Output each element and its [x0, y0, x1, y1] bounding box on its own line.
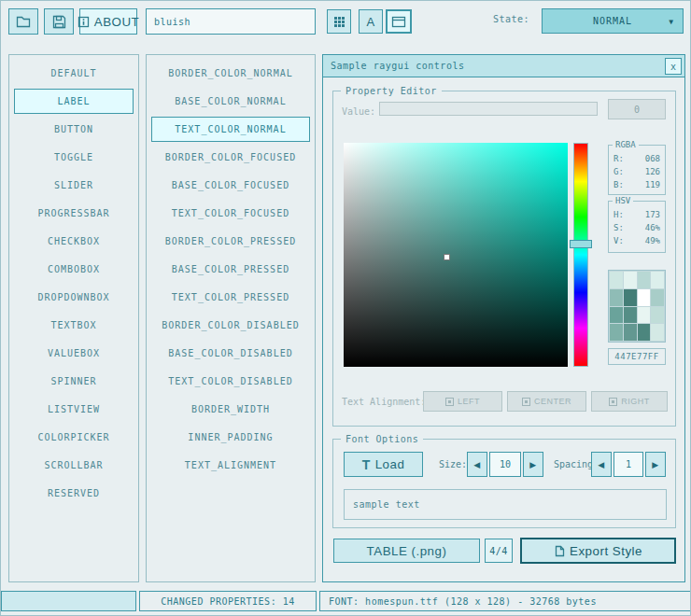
- properties-list-item[interactable]: BASE_COLOR_NORMAL: [151, 89, 310, 114]
- controls-list-item[interactable]: LISTVIEW: [14, 397, 134, 422]
- properties-list-item-selected[interactable]: TEXT_COLOR_NORMAL: [151, 117, 310, 142]
- export-counter: 4/4: [489, 546, 508, 556]
- hsv-label: HSV: [613, 196, 633, 205]
- font-options-group: Font Options T Load Size: ◀ 10 ▶ Spacing…: [332, 439, 676, 528]
- controls-list-item[interactable]: VALUEBOX: [14, 341, 134, 366]
- color-swatch[interactable]: [624, 272, 637, 288]
- export-counter-box[interactable]: 4/4: [485, 539, 513, 563]
- properties-list-item[interactable]: BORDER_COLOR_DISABLED: [151, 313, 310, 338]
- export-style-label: Export Style: [570, 544, 642, 558]
- open-style-button[interactable]: [8, 8, 38, 35]
- color-swatch[interactable]: [651, 324, 664, 341]
- controls-list-item[interactable]: RESERVED: [14, 481, 134, 506]
- state-dropdown[interactable]: NORMAL ▼: [542, 8, 684, 34]
- state-dropdown-value: NORMAL: [593, 16, 632, 26]
- align-right-icon: [609, 398, 617, 406]
- color-swatch[interactable]: [651, 289, 664, 306]
- color-swatch[interactable]: [610, 307, 623, 324]
- font-settings-button[interactable]: A: [359, 9, 383, 34]
- color-swatch[interactable]: [624, 307, 637, 324]
- controls-list-item[interactable]: SLIDER: [14, 173, 134, 198]
- color-swatch[interactable]: [651, 307, 664, 324]
- properties-list-item[interactable]: BORDER_COLOR_FOCUSED: [151, 145, 310, 170]
- controls-list-item[interactable]: COLORPICKER: [14, 425, 134, 450]
- properties-list-item[interactable]: BORDER_WIDTH: [151, 397, 310, 422]
- v-label: V:: [613, 234, 624, 247]
- controls-list-item[interactable]: DEFAULT: [14, 61, 134, 86]
- size-value-box[interactable]: 10: [489, 452, 521, 477]
- sample-text-box[interactable]: sample text: [344, 489, 667, 520]
- color-swatch[interactable]: [610, 289, 623, 306]
- spacing-value-box[interactable]: 1: [613, 452, 643, 477]
- hex-value-box[interactable]: 447E77FF: [608, 348, 666, 365]
- h-value: 173: [645, 208, 660, 221]
- changed-properties-text: CHANGED PROPERTIES: 14: [161, 596, 294, 607]
- value-number-box[interactable]: 0: [608, 99, 666, 119]
- color-swatch[interactable]: [624, 289, 637, 306]
- hue-slider-handle[interactable]: [570, 240, 592, 248]
- hue-bar[interactable]: [573, 143, 588, 367]
- color-saturation-value-panel[interactable]: [344, 143, 568, 367]
- properties-list-item[interactable]: TEXT_COLOR_FOCUSED: [151, 201, 310, 226]
- close-button[interactable]: x: [665, 58, 682, 75]
- properties-list-item[interactable]: BORDER_COLOR_PRESSED: [151, 229, 310, 254]
- properties-list-item[interactable]: BORDER_COLOR_NORMAL: [151, 61, 310, 86]
- align-left-button[interactable]: LEFT: [423, 391, 502, 412]
- align-right-button[interactable]: RIGHT: [591, 391, 668, 412]
- spacing-increment-button[interactable]: ▶: [645, 452, 666, 477]
- color-swatch[interactable]: [651, 272, 664, 288]
- style-table-button[interactable]: [327, 9, 351, 34]
- controls-list-item[interactable]: CHECKBOX: [14, 229, 134, 254]
- load-font-button[interactable]: T Load: [344, 452, 423, 477]
- sample-window-toggle-button[interactable]: [386, 9, 412, 34]
- color-swatch[interactable]: [638, 289, 651, 306]
- controls-list-item-selected[interactable]: LABEL: [14, 89, 134, 114]
- color-swatch[interactable]: [610, 324, 623, 341]
- close-icon: x: [670, 62, 676, 72]
- color-swatch[interactable]: [610, 272, 623, 288]
- controls-list: DEFAULT LABEL BUTTON TOGGLE SLIDER PROGR…: [8, 54, 139, 582]
- controls-list-item[interactable]: COMBOBOX: [14, 257, 134, 282]
- controls-list-item[interactable]: TOGGLE: [14, 145, 134, 170]
- export-format-label: TABLE (.png): [367, 544, 447, 558]
- color-swatch[interactable]: [638, 324, 651, 341]
- color-swatch[interactable]: [638, 272, 651, 288]
- spacing-value: 1: [626, 459, 631, 469]
- value-slider[interactable]: [379, 102, 598, 116]
- sample-window-titlebar[interactable]: Sample raygui controls: [323, 55, 684, 77]
- arrow-left-icon: ◀: [473, 460, 480, 469]
- statusbar-font-info: FONT: homespun.ttf (128 x 128) - 32768 b…: [319, 591, 691, 611]
- load-button-label: Load: [375, 457, 405, 471]
- window-icon: [391, 16, 406, 28]
- controls-list-item[interactable]: DROPDOWNBOX: [14, 285, 134, 310]
- properties-list-item[interactable]: BASE_COLOR_FOCUSED: [151, 173, 310, 198]
- align-center-button[interactable]: CENTER: [507, 391, 586, 412]
- controls-list-item[interactable]: SCROLLBAR: [14, 453, 134, 478]
- r-label: R:: [613, 152, 624, 165]
- property-editor-group: Property Editor Value: 0 RGBA R:068 G:12…: [332, 91, 676, 427]
- properties-list-item[interactable]: TEXT_COLOR_DISABLED: [151, 369, 310, 394]
- style-name-input[interactable]: [146, 8, 316, 35]
- color-swatch[interactable]: [638, 307, 651, 324]
- export-style-button[interactable]: Export Style: [520, 538, 676, 564]
- color-cursor[interactable]: [444, 254, 450, 260]
- spacing-decrement-button[interactable]: ◀: [591, 452, 612, 477]
- save-style-button[interactable]: [44, 8, 74, 35]
- h-label: H:: [613, 208, 624, 221]
- properties-list-item[interactable]: BASE_COLOR_DISABLED: [151, 341, 310, 366]
- size-decrement-button[interactable]: ◀: [467, 452, 487, 477]
- properties-list-item[interactable]: INNER_PADDING: [151, 425, 310, 450]
- about-button[interactable]: ABOUT: [79, 8, 137, 35]
- controls-list-item[interactable]: SPINNER: [14, 369, 134, 394]
- controls-list-item[interactable]: BUTTON: [14, 117, 134, 142]
- size-label: Size:: [439, 459, 467, 469]
- export-format-dropdown[interactable]: TABLE (.png): [333, 539, 480, 563]
- color-swatch[interactable]: [624, 324, 637, 341]
- size-increment-button[interactable]: ▶: [523, 452, 543, 477]
- properties-list-item[interactable]: BASE_COLOR_PRESSED: [151, 257, 310, 282]
- controls-list-item[interactable]: TEXTBOX: [14, 313, 134, 338]
- sample-controls-window: Sample raygui controls x Property Editor…: [322, 54, 685, 582]
- properties-list-item[interactable]: TEXT_ALIGNMENT: [151, 453, 310, 478]
- properties-list-item[interactable]: TEXT_COLOR_PRESSED: [151, 285, 310, 310]
- controls-list-item[interactable]: PROGRESSBAR: [14, 201, 134, 226]
